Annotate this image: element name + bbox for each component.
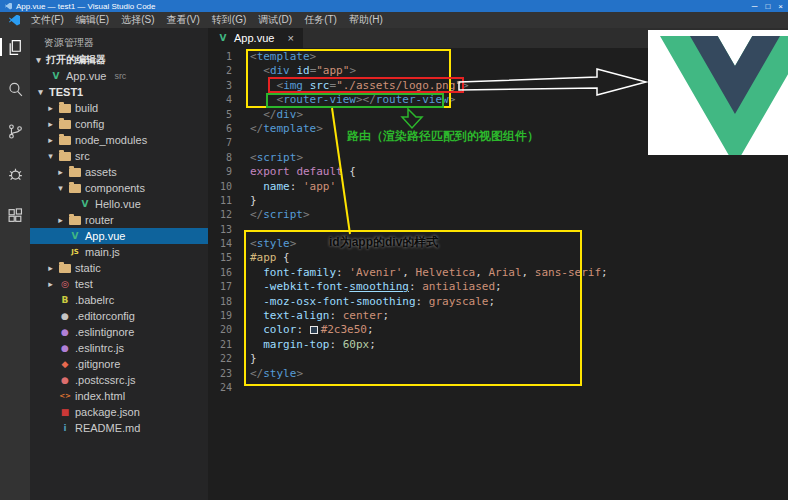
- code-line-21[interactable]: 21 margin-top: 60px;: [208, 338, 788, 352]
- menu-item[interactable]: 编辑(E): [70, 13, 115, 27]
- vscode-logo-icon: [5, 3, 12, 10]
- tree-item-app.vue[interactable]: VApp.vue: [30, 228, 208, 244]
- line-number: 19: [208, 309, 242, 323]
- menu-item[interactable]: 文件(F): [25, 13, 70, 27]
- tree-item-label: src: [75, 150, 90, 162]
- code-line-10[interactable]: 10 name: 'app': [208, 180, 788, 194]
- activitybar-item-extensions[interactable]: [6, 206, 24, 224]
- tab-app-vue[interactable]: V App.vue ×: [208, 28, 303, 48]
- tree-item-test1[interactable]: ▾TEST1: [30, 84, 208, 100]
- tree-item-main.js[interactable]: JSmain.js: [30, 244, 208, 260]
- debug-icon: [7, 165, 24, 182]
- code-text: </div>: [242, 108, 303, 122]
- code-line-11[interactable]: 11}: [208, 194, 788, 208]
- line-number: 24: [208, 381, 242, 395]
- menu-item[interactable]: 查看(V): [160, 13, 205, 27]
- line-number: 9: [208, 165, 242, 179]
- tree-item-components[interactable]: ▾components: [30, 180, 208, 196]
- menu-item[interactable]: 帮助(H): [343, 13, 389, 27]
- tree-item-.babelrc[interactable]: B.babelrc: [30, 292, 208, 308]
- open-editors-header[interactable]: ▾ 打开的编辑器: [30, 52, 208, 68]
- code-text: </script>: [242, 208, 310, 222]
- code-line-9[interactable]: 9export default {: [208, 165, 788, 179]
- activitybar-item-source-control[interactable]: [6, 122, 24, 140]
- tree-item-static[interactable]: ▸static: [30, 260, 208, 276]
- vue-logo-panel: [648, 30, 788, 155]
- tree-item-.eslintrc.js[interactable]: ●.eslintrc.js: [30, 340, 208, 356]
- code-line-13[interactable]: 13: [208, 223, 788, 237]
- close-button[interactable]: ×: [778, 2, 783, 11]
- code-line-22[interactable]: 22}: [208, 352, 788, 366]
- code-line-14[interactable]: 14<style>: [208, 237, 788, 251]
- readme-icon: i: [59, 424, 71, 433]
- npm-icon: ■: [59, 408, 71, 417]
- code-line-15[interactable]: 15#app {: [208, 251, 788, 265]
- activitybar-item-explorer[interactable]: [6, 38, 24, 56]
- maximize-button[interactable]: □: [765, 2, 770, 11]
- tree-item-index.html[interactable]: <>index.html: [30, 388, 208, 404]
- tree-item-.editorconfig[interactable]: ●.editorconfig: [30, 308, 208, 324]
- line-number: 10: [208, 180, 242, 194]
- tree-item-assets[interactable]: ▸assets: [30, 164, 208, 180]
- test-icon: ◎: [59, 280, 71, 289]
- code-line-12[interactable]: 12</script>: [208, 208, 788, 222]
- code-text: #app {: [242, 251, 290, 265]
- code-text: text-align: center;: [242, 309, 389, 323]
- git-icon: ◆: [59, 360, 71, 369]
- code-text: <div id="app">: [242, 64, 356, 78]
- tree-item-package.json[interactable]: ■package.json: [30, 404, 208, 420]
- tree-item-build[interactable]: ▸build: [30, 100, 208, 116]
- close-icon[interactable]: ×: [287, 32, 293, 44]
- folder-icon: [69, 168, 81, 177]
- tree-item-.gitignore[interactable]: ◆.gitignore: [30, 356, 208, 372]
- code-line-16[interactable]: 16 font-family: 'Avenir', Helvetica, Ari…: [208, 266, 788, 280]
- tree-item-label: main.js: [85, 246, 120, 258]
- sidebar-explorer: 资源管理器 ▾ 打开的编辑器 V App.vue src ▾TEST1▸buil…: [30, 28, 208, 500]
- menu-item[interactable]: 任务(T): [298, 13, 343, 27]
- tree-item-readme.md[interactable]: iREADME.md: [30, 420, 208, 436]
- code-line-23[interactable]: 23</style>: [208, 367, 788, 381]
- tree-item-test[interactable]: ▸◎test: [30, 276, 208, 292]
- folder-icon: [69, 184, 81, 193]
- vue-icon: V: [69, 232, 81, 241]
- line-number: 5: [208, 108, 242, 122]
- tree-item-config[interactable]: ▸config: [30, 116, 208, 132]
- line-number: 23: [208, 367, 242, 381]
- line-number: 13: [208, 223, 242, 237]
- tree-item-src[interactable]: ▾src: [30, 148, 208, 164]
- tree-item-label: App.vue: [85, 230, 125, 242]
- line-number: 2: [208, 64, 242, 78]
- tree-item-hello.vue[interactable]: VHello.vue: [30, 196, 208, 212]
- menubar-items: 文件(F)编辑(E)选择(S)查看(V)转到(G)调试(D)任务(T)帮助(H): [25, 13, 389, 27]
- tree-item-label: TEST1: [49, 86, 83, 98]
- folder-icon: [69, 216, 81, 225]
- tree-item-label: .gitignore: [75, 358, 120, 370]
- code-text: <template>: [242, 50, 316, 64]
- menu-item[interactable]: 转到(G): [206, 13, 252, 27]
- activitybar-item-search[interactable]: [6, 80, 24, 98]
- line-number: 14: [208, 237, 242, 251]
- tree-item-node_modules[interactable]: ▸node_modules: [30, 132, 208, 148]
- code-line-24[interactable]: 24: [208, 381, 788, 395]
- minimize-button[interactable]: ─: [752, 2, 758, 11]
- line-number: 1: [208, 50, 242, 64]
- code-line-19[interactable]: 19 text-align: center;: [208, 309, 788, 323]
- open-editor-item-app-vue[interactable]: V App.vue src: [30, 68, 208, 84]
- activitybar-item-debug[interactable]: [6, 164, 24, 182]
- code-line-18[interactable]: 18 -moz-osx-font-smoothing: grayscale;: [208, 295, 788, 309]
- code-line-20[interactable]: 20 color: #2c3e50;: [208, 323, 788, 337]
- menubar: 文件(F)编辑(E)选择(S)查看(V)转到(G)调试(D)任务(T)帮助(H): [0, 12, 788, 28]
- tab-label: App.vue: [234, 32, 274, 44]
- menu-item[interactable]: 调试(D): [252, 13, 298, 27]
- tree-item-router[interactable]: ▸router: [30, 212, 208, 228]
- code-line-17[interactable]: 17 -webkit-font-smoothing: antialiased;: [208, 280, 788, 294]
- menu-item[interactable]: 选择(S): [115, 13, 160, 27]
- tree-item-.postcssrc.js[interactable]: ●.postcssrc.js: [30, 372, 208, 388]
- window-title: App.vue — test1 — Visual Studio Code: [16, 2, 156, 11]
- line-number: 12: [208, 208, 242, 222]
- line-number: 20: [208, 323, 242, 337]
- activity-bar: [0, 28, 30, 500]
- code-text: -moz-osx-font-smoothing: grayscale;: [242, 295, 495, 309]
- tree-item-.eslintignore[interactable]: ●.eslintignore: [30, 324, 208, 340]
- tree-item-label: .editorconfig: [75, 310, 135, 322]
